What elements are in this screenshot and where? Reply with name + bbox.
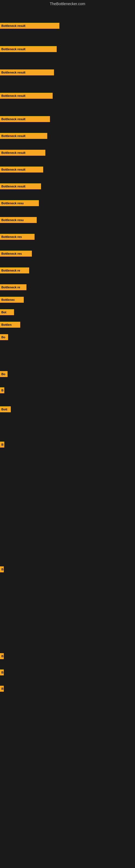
bottleneck-item: Bottleneck result xyxy=(0,116,50,122)
bottleneck-badge[interactable]: Bottlen xyxy=(0,322,20,328)
bottleneck-item: Bottlenec xyxy=(0,297,24,303)
bottleneck-badge[interactable]: Bottleneck resu xyxy=(0,200,39,206)
bottleneck-badge[interactable]: Bot xyxy=(0,309,14,315)
bottleneck-badge[interactable]: Bottleneck result xyxy=(0,69,54,75)
bottleneck-badge[interactable]: Bottleneck res xyxy=(0,251,32,257)
bottleneck-item: Bottleneck result xyxy=(0,166,43,173)
bottleneck-badge[interactable]: Bottleneck res xyxy=(0,234,35,240)
bottleneck-item: B xyxy=(0,653,4,659)
bottleneck-badge[interactable]: Bottleneck re xyxy=(0,284,27,290)
bottleneck-item: Bottleneck result xyxy=(0,69,54,75)
bottleneck-item: Bott xyxy=(0,406,11,412)
bottleneck-badge[interactable]: Bottleneck result xyxy=(0,116,50,122)
bottleneck-badge[interactable]: B xyxy=(0,388,4,393)
bottleneck-badge[interactable]: B xyxy=(0,442,4,447)
bottleneck-item: Bottleneck result xyxy=(0,46,57,52)
bottleneck-item: Bottleneck result xyxy=(0,183,41,189)
bottleneck-item: B xyxy=(0,442,4,447)
bottleneck-badge[interactable]: Bottleneck result xyxy=(0,23,59,29)
bottleneck-badge[interactable]: Bottleneck result xyxy=(0,166,43,173)
bottleneck-badge[interactable]: Bottleneck re xyxy=(0,268,29,273)
bottleneck-item: Bottleneck result xyxy=(0,93,53,99)
bottleneck-item: Bottlen xyxy=(0,322,20,328)
bottleneck-item: Bottleneck res xyxy=(0,234,35,240)
bottleneck-badge[interactable]: Bottleneck result xyxy=(0,133,47,139)
bottleneck-badge[interactable]: B xyxy=(0,686,4,692)
bottleneck-badge[interactable]: Bottleneck result xyxy=(0,150,45,156)
bottleneck-item: B xyxy=(0,566,4,572)
bottleneck-badge[interactable]: Bottleneck result xyxy=(0,46,57,52)
bottleneck-item: Bottleneck resu xyxy=(0,217,37,223)
bottleneck-item: Bottleneck re xyxy=(0,284,27,290)
bottleneck-item: Bottleneck result xyxy=(0,133,47,139)
bottleneck-badge[interactable]: Bottlenec xyxy=(0,297,24,303)
bottleneck-item: B xyxy=(0,388,4,393)
bottleneck-badge[interactable]: Bottleneck resu xyxy=(0,217,37,223)
bottleneck-badge[interactable]: Bott xyxy=(0,406,11,412)
bottleneck-badge[interactable]: B xyxy=(0,566,4,572)
bottleneck-item: Bottleneck result xyxy=(0,23,59,29)
bottleneck-badge[interactable]: Bo xyxy=(0,371,8,377)
bottleneck-item: B xyxy=(0,670,4,675)
bottleneck-badge[interactable]: Bottleneck result xyxy=(0,93,53,99)
bottleneck-badge[interactable]: Bottleneck result xyxy=(0,183,41,189)
bottleneck-item: Bottleneck res xyxy=(0,251,32,257)
bottleneck-item: Bottleneck result xyxy=(0,150,45,156)
bottleneck-item: B xyxy=(0,686,4,692)
site-title: TheBottlenecker.com xyxy=(0,0,135,8)
bottleneck-badge[interactable]: B xyxy=(0,653,4,659)
bottleneck-badge[interactable]: Bo xyxy=(0,334,8,340)
bottleneck-item: Bo xyxy=(0,371,8,377)
bottleneck-item: Bottleneck resu xyxy=(0,200,39,206)
bottleneck-badge[interactable]: B xyxy=(0,670,4,675)
bottleneck-item: Bo xyxy=(0,334,8,340)
bottleneck-item: Bot xyxy=(0,309,14,315)
bottleneck-item: Bottleneck re xyxy=(0,268,29,273)
